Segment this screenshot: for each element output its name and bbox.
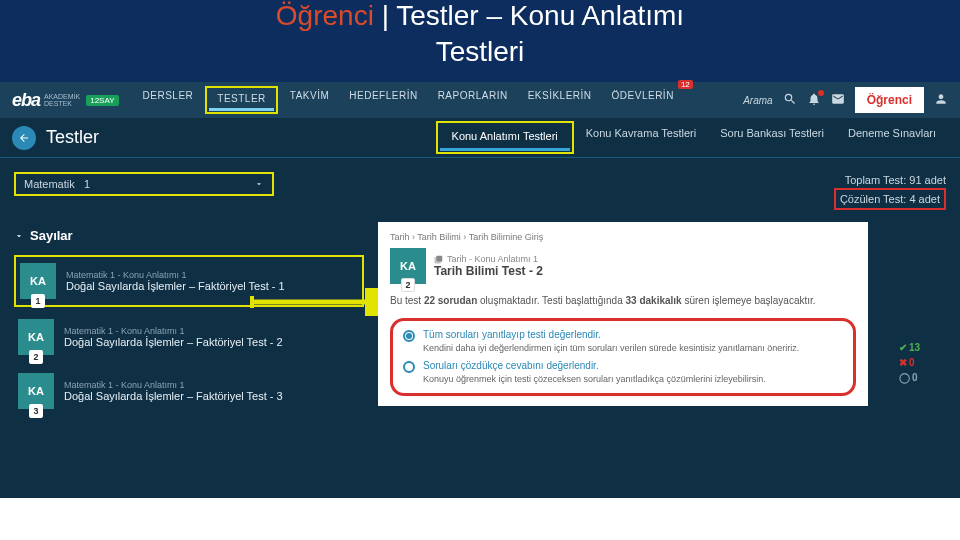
slide-title-accent: Öğrenci <box>276 0 374 31</box>
search-label: Arama <box>743 95 772 106</box>
book-icon <box>434 255 443 264</box>
panel-head: KA 2 Tarih - Konu Anlatımı 1 Tarih Bilim… <box>390 248 856 284</box>
slide-title-sep: | <box>382 0 389 31</box>
nav-takvim[interactable]: TAKVİM <box>282 86 337 114</box>
app-header: eba AKADEMİK DESTEK 12SAY DERSLER TESTLE… <box>0 82 960 118</box>
subject-label: Matematik <box>24 178 75 190</box>
logo[interactable]: eba AKADEMİK DESTEK 12SAY <box>12 90 119 111</box>
test-list-column: Sayılar KA1 Matematik 1 - Konu Anlatımı … <box>14 222 364 415</box>
option-desc: Konuyu öğrenmek için testi çözeceksen so… <box>423 373 766 385</box>
odev-badge: 12 <box>678 80 693 89</box>
test-meta: Matematik 1 - Konu Anlatımı 1 <box>66 270 285 280</box>
option-1[interactable]: Tüm soruları yanıtlayıp testi değerlendi… <box>403 329 843 354</box>
tab-deneme[interactable]: Deneme Sınavları <box>836 121 948 154</box>
tab-soru-bankasi[interactable]: Soru Bankası Testleri <box>708 121 836 154</box>
panel-description: Bu test 22 sorudan oluşmaktadır. Testi b… <box>390 294 856 308</box>
chevron-down-icon <box>14 231 24 241</box>
stat-empty: 0 <box>912 372 918 383</box>
test-meta: Matematik 1 - Konu Anlatımı 1 <box>64 380 283 390</box>
subject-select[interactable]: Matematik 1 <box>14 172 274 196</box>
slide-title-line2: Testleri <box>0 36 960 68</box>
ka-tile: KA3 <box>18 373 54 409</box>
top-nav: DERSLER TESTLER TAKVİM HEDEFLERİN RAPORL… <box>135 86 697 114</box>
bell-icon[interactable] <box>807 92 821 108</box>
option-2[interactable]: Soruları çözdükçe cevabını değerlendir. … <box>403 360 843 385</box>
test-item[interactable]: KA2 Matematik 1 - Konu Anlatımı 1 Doğal … <box>14 313 364 361</box>
header-right: Arama Öğrenci <box>743 87 948 113</box>
tab-konu-anlatimi[interactable]: Konu Anlatımı Testleri <box>440 124 570 151</box>
stat-correct: 13 <box>909 342 920 353</box>
ka-tile: KA1 <box>20 263 56 299</box>
topic-name: Sayılar <box>30 228 73 243</box>
main-content: Sayılar KA1 Matematik 1 - Konu Anlatımı … <box>0 218 960 498</box>
test-meta: Matematik 1 - Konu Anlatımı 1 <box>64 326 283 336</box>
logo-badge: 12SAY <box>86 95 118 106</box>
user-icon[interactable] <box>934 92 948 108</box>
circle-icon: ◯ <box>899 372 910 383</box>
panel-title: Tarih Bilimi Test - 2 <box>434 264 543 278</box>
nav-dersler[interactable]: DERSLER <box>135 86 202 114</box>
option-title: Soruları çözdükçe cevabını değerlendir. <box>423 360 766 371</box>
test-item[interactable]: KA3 Matematik 1 - Konu Anlatımı 1 Doğal … <box>14 367 364 415</box>
test-detail-panel: Tarih › Tarih Bilimi › Tarih Bilimine Gi… <box>378 222 868 406</box>
option-desc: Kendini daha iyi değerlendirmen için tüm… <box>423 342 799 354</box>
x-icon: ✖ <box>899 357 907 368</box>
chevron-down-icon <box>254 179 264 189</box>
subnav-highlight-box: Konu Anlatımı Testleri <box>436 121 574 154</box>
option-title: Tüm soruları yanıtlayıp testi değerlendi… <box>423 329 799 340</box>
test-totals: Toplam Test: 91 adet Çözülen Test: 4 ade… <box>834 172 946 210</box>
check-icon: ✔ <box>899 342 907 353</box>
sub-nav: Konu Anlatımı Testleri Konu Kavrama Test… <box>436 121 948 154</box>
arrow-left-icon <box>18 132 30 144</box>
radio-icon[interactable] <box>403 330 415 342</box>
logo-sub: AKADEMİK DESTEK <box>44 93 80 107</box>
radio-icon[interactable] <box>403 361 415 373</box>
subheader: Testler Konu Anlatımı Testleri Konu Kavr… <box>0 118 960 158</box>
svg-rect-2 <box>250 296 254 308</box>
test-title: Doğal Sayılarda İşlemler – Faktöriyel Te… <box>64 390 283 402</box>
test-title: Doğal Sayılarda İşlemler – Faktöriyel Te… <box>64 336 283 348</box>
back-button[interactable] <box>12 126 36 150</box>
test-list: KA1 Matematik 1 - Konu Anlatımı 1 Doğal … <box>14 255 364 415</box>
slide-title: Öğrenci | Testler – Konu Anlatımı Testle… <box>0 0 960 82</box>
nav-odevlerin[interactable]: ÖDEVLERİN <box>604 86 682 105</box>
nav-highlight-box: TESTLER <box>205 86 278 114</box>
score-stats: ✔13 ✖0 ◯0 <box>899 342 920 383</box>
logo-text: eba <box>12 90 40 111</box>
search-icon[interactable] <box>783 92 797 108</box>
subject-count: 1 <box>84 178 90 190</box>
total-tests: Toplam Test: 91 adet <box>834 172 946 188</box>
page-title: Testler <box>46 127 99 148</box>
stat-wrong: 0 <box>909 357 915 368</box>
bell-dot-icon <box>818 90 824 96</box>
topic-header[interactable]: Sayılar <box>14 222 364 249</box>
tab-konu-kavrama[interactable]: Konu Kavrama Testleri <box>574 121 708 154</box>
role-button[interactable]: Öğrenci <box>855 87 924 113</box>
panel-sub: Tarih - Konu Anlatımı 1 <box>434 254 543 264</box>
nav-eksiklerin[interactable]: EKSİKLERİN <box>520 86 600 114</box>
breadcrumb: Tarih › Tarih Bilimi › Tarih Bilimine Gi… <box>390 232 856 242</box>
options-box: Tüm soruları yanıtlayıp testi değerlendi… <box>390 318 856 396</box>
nav-testler[interactable]: TESTLER <box>209 89 274 111</box>
slide-title-rest: Testler – Konu Anlatımı <box>396 0 684 31</box>
nav-hedeflerin[interactable]: HEDEFLERİN <box>341 86 425 114</box>
message-icon[interactable] <box>831 92 845 108</box>
ka-tile: KA2 <box>18 319 54 355</box>
filter-row: Matematik 1 Toplam Test: 91 adet Çözülen… <box>0 158 960 218</box>
nav-raporlarin[interactable]: RAPORLARIN <box>430 86 516 114</box>
ka-tile: KA 2 <box>390 248 426 284</box>
solved-tests: Çözülen Test: 4 adet <box>834 188 946 210</box>
